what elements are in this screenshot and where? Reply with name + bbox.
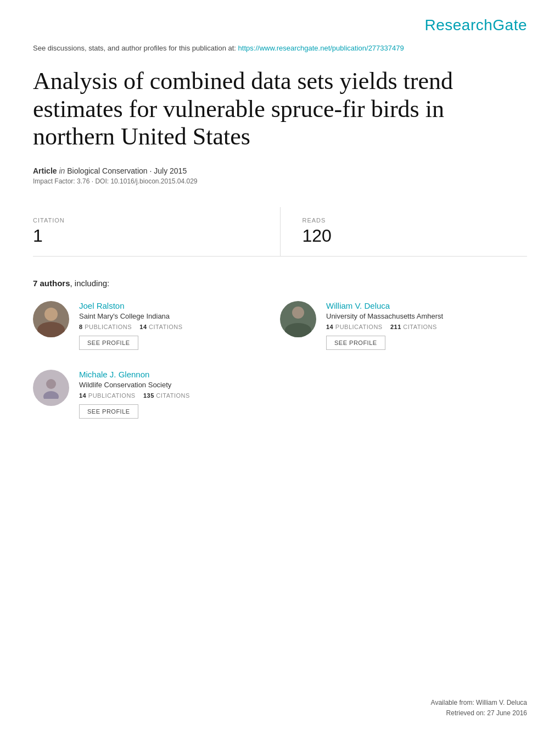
- retrieved-label: Retrieved on: 27 June 2016: [431, 708, 527, 719]
- author-card-michale: Michale J. Glennon Wildlife Conservation…: [33, 370, 527, 419]
- joel-cit-count: 14: [139, 324, 147, 330]
- joel-pub-count: 8: [79, 324, 83, 330]
- author-info-michale: Michale J. Glennon Wildlife Conservation…: [79, 370, 505, 419]
- author-info-william: William V. Deluca University of Massachu…: [326, 301, 505, 350]
- author-institution-william: University of Massachusetts Amherst: [326, 312, 505, 320]
- stats-row: CITATION 1 READS 120: [33, 207, 527, 257]
- avatar-joel: [33, 301, 69, 337]
- author-name-joel[interactable]: Joel Ralston: [79, 301, 258, 310]
- article-meta: Article in Biological Conservation · Jul…: [33, 166, 527, 175]
- author-stats-william: 14 PUBLICATIONS 211 CITATIONS: [326, 324, 505, 330]
- citation-value: 1: [33, 226, 258, 246]
- header: ResearchGate: [33, 16, 527, 34]
- author-name-michale[interactable]: Michale J. Glennon: [79, 370, 505, 379]
- authors-heading: 7 authors, including:: [33, 279, 527, 288]
- michale-cit-count: 135: [143, 392, 154, 399]
- doi-value: DOI: 10.1016/j.biocon.2015.04.029: [95, 177, 197, 185]
- article-journal: Biological Conservation: [67, 166, 147, 175]
- intro-line: See discussions, stats, and author profi…: [33, 44, 527, 52]
- reads-value: 120: [303, 226, 528, 246]
- citation-block: CITATION 1: [33, 207, 281, 256]
- citation-label: CITATION: [33, 217, 258, 224]
- author-stats-joel: 8 PUBLICATIONS 14 CITATIONS: [79, 324, 258, 330]
- michale-cit-label: CITATIONS: [156, 392, 190, 399]
- joel-pub-label: PUBLICATIONS: [85, 324, 132, 330]
- article-title: Analysis of combined data sets yields tr…: [33, 68, 527, 151]
- michale-pub-label: PUBLICATIONS: [88, 392, 136, 399]
- article-type: Article: [33, 166, 57, 175]
- author-institution-michale: Wildlife Conservation Society: [79, 381, 505, 389]
- impact-factor: Impact Factor: 3.76: [33, 177, 89, 185]
- authors-grid: Joel Ralston Saint Mary's College Indian…: [33, 301, 527, 438]
- see-profile-michale[interactable]: SEE PROFILE: [79, 404, 138, 419]
- see-profile-william[interactable]: SEE PROFILE: [326, 336, 385, 350]
- william-pub-count: 14: [326, 324, 333, 330]
- joel-cit-label: CITATIONS: [149, 324, 183, 330]
- publication-link[interactable]: https://www.researchgate.net/publication…: [238, 44, 404, 52]
- researchgate-logo: ResearchGate: [424, 16, 527, 34]
- avatar-william: [280, 301, 316, 337]
- author-card-william: William V. Deluca University of Massachu…: [280, 301, 527, 350]
- available-from-label: Available from: William V. Deluca: [431, 698, 527, 708]
- michale-pub-count: 14: [79, 392, 86, 399]
- article-doi-line: Impact Factor: 3.76 · DOI: 10.1016/j.bio…: [33, 177, 527, 185]
- william-pub-label: PUBLICATIONS: [335, 324, 383, 330]
- article-date: July 2015: [154, 166, 187, 175]
- author-name-william[interactable]: William V. Deluca: [326, 301, 505, 310]
- author-card-joel: Joel Ralston Saint Mary's College Indian…: [33, 301, 280, 350]
- avatar-michale: [33, 370, 69, 406]
- william-cit-count: 211: [390, 324, 401, 330]
- intro-text: See discussions, stats, and author profi…: [33, 44, 236, 52]
- author-info-joel: Joel Ralston Saint Mary's College Indian…: [79, 301, 258, 350]
- article-in: in: [59, 166, 67, 175]
- authors-including: , including:: [70, 279, 110, 288]
- william-cit-label: CITATIONS: [403, 324, 437, 330]
- authors-count: 7 authors: [33, 279, 70, 288]
- reads-label: READS: [303, 217, 528, 224]
- svg-point-0: [46, 379, 56, 389]
- see-profile-joel[interactable]: SEE PROFILE: [79, 336, 138, 350]
- author-stats-michale: 14 PUBLICATIONS 135 CITATIONS: [79, 392, 505, 399]
- footer-available: Available from: William V. Deluca Retrie…: [431, 698, 527, 719]
- svg-point-1: [43, 391, 59, 399]
- author-institution-joel: Saint Mary's College Indiana: [79, 312, 258, 320]
- reads-block: READS 120: [281, 207, 528, 256]
